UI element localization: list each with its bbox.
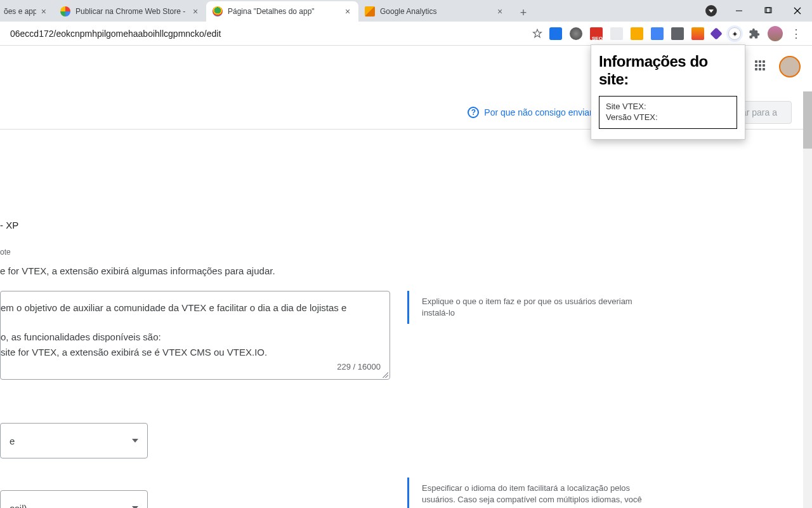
resize-handle-icon[interactable] [382, 371, 388, 378]
browser-tab-bar: ões e apps ões e apps × Publicar na Chro… [0, 0, 812, 22]
help-link-label: Por que não consigo enviar? [484, 107, 597, 117]
extension-popup: Informações do site: Site VTEX: Versão V… [591, 44, 745, 140]
url-text: 06eccd172/eokcnpmhpilgomehaaboihllcgpmnc… [10, 29, 221, 39]
profile-menu-icon[interactable] [705, 5, 717, 17]
language-select[interactable]: osil) [0, 490, 148, 508]
popup-line-site: Site VTEX: [606, 102, 730, 112]
tab-1[interactable]: ões e apps ões e apps × [0, 1, 54, 22]
extension-icon-9[interactable] [710, 27, 723, 40]
new-tab-button[interactable]: + [514, 4, 532, 22]
extension-icon-active[interactable]: ◈ [728, 27, 741, 40]
close-icon[interactable]: × [40, 7, 48, 16]
close-icon[interactable]: × [191, 7, 200, 16]
tab-4-label: Google Analytics [380, 7, 492, 16]
chrome-menu-button[interactable]: ⋮ [790, 27, 802, 41]
scrollbar-track[interactable] [803, 91, 812, 508]
minimize-button[interactable] [724, 0, 754, 22]
profile-avatar-small[interactable] [768, 26, 783, 41]
help-icon: ? [468, 107, 479, 118]
popup-line-version: Versão VTEX: [606, 112, 730, 123]
category-select[interactable]: e [0, 423, 148, 458]
extension-icon-7[interactable] [671, 27, 684, 40]
extension-icon-2[interactable] [570, 27, 582, 40]
extension-icon-1[interactable] [549, 27, 562, 40]
address-bar-row: 06eccd172/eokcnpmhpilgomehaaboihllcgpmnc… [0, 22, 812, 46]
language-hint: Especificar o idioma do item facilitará … [407, 478, 661, 508]
bookmark-star-icon[interactable] [532, 28, 543, 39]
description-hint: Explique o que o item faz e por que os u… [407, 291, 648, 324]
textarea-line-3: site for VTEX, a extensão exibirá se é V… [1, 345, 381, 360]
tab-2-label: Publicar na Chrome Web Store - [75, 7, 187, 16]
account-avatar[interactable] [779, 56, 801, 77]
extension-icon-5[interactable] [631, 27, 643, 40]
close-window-button[interactable] [783, 0, 812, 22]
extension-icon-8[interactable] [691, 27, 704, 40]
extension-icons: SEO ◈ ⋮ [549, 26, 807, 41]
small-label-fragment: ote [0, 248, 11, 257]
window-controls [724, 0, 812, 22]
chevron-down-icon [132, 439, 138, 443]
extension-icon-6[interactable] [651, 27, 664, 40]
language-select-value: osil) [10, 503, 27, 509]
why-cant-submit-link[interactable]: ? Por que não consigo enviar? [468, 107, 597, 118]
char-counter: 229 / 16000 [337, 361, 381, 374]
item-title-fragment: - XP [0, 220, 18, 231]
short-description-fragment: e for VTEX, a extensão exibirá algumas i… [0, 265, 275, 276]
chrome-icon [60, 6, 70, 17]
category-select-value: e [10, 436, 15, 446]
google-apps-icon[interactable] [755, 60, 768, 73]
tab-2[interactable]: Publicar na Chrome Web Store - × [54, 1, 206, 22]
address-bar[interactable]: 06eccd172/eokcnpmhpilgomehaaboihllcgpmnc… [5, 25, 525, 43]
svg-rect-1 [765, 8, 770, 13]
google-analytics-icon [365, 6, 375, 17]
extension-icon-4[interactable] [610, 27, 623, 40]
close-icon[interactable]: × [495, 7, 504, 16]
popup-info-box: Site VTEX: Versão VTEX: [599, 96, 737, 129]
popup-title: Informações do site: [599, 53, 737, 88]
tab-3-label: Página "Detalhes do app" [228, 7, 339, 16]
description-textarea[interactable]: em o objetivo de auxiliar a comunidade d… [0, 291, 390, 380]
textarea-line-2: o, as funcionalidades disponíveis são: [1, 330, 381, 345]
tab-3-active[interactable]: Página "Detalhes do app" × [206, 1, 358, 22]
chrome-web-store-icon [213, 6, 223, 17]
scrollbar-thumb[interactable] [803, 91, 812, 149]
tab-4[interactable]: Google Analytics × [358, 1, 511, 22]
close-icon[interactable]: × [343, 7, 352, 16]
maximize-button[interactable] [754, 0, 783, 22]
svg-rect-2 [766, 8, 771, 13]
page-header-right [755, 56, 801, 77]
extensions-puzzle-icon[interactable] [749, 28, 760, 39]
extension-icon-3[interactable]: SEO [590, 27, 603, 40]
textarea-line-1: em o objetivo de auxiliar a comunidade d… [1, 300, 381, 316]
tab-1-label: ões e apps [4, 7, 36, 16]
